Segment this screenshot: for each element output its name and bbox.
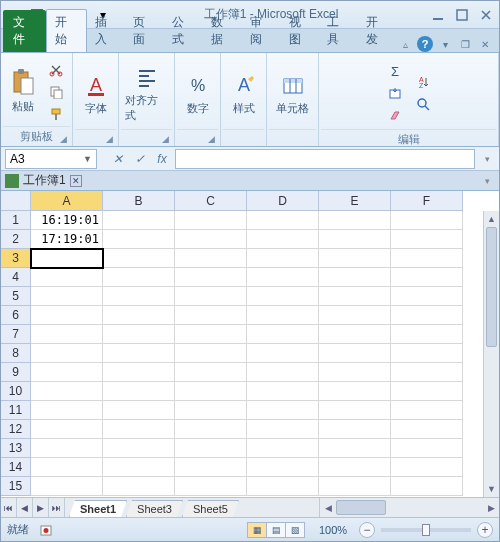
workbook-strip-menu-icon[interactable]: ▾	[479, 176, 495, 186]
font-button[interactable]: A 字体	[78, 69, 114, 118]
cell-A4[interactable]	[31, 268, 103, 287]
cell-A14[interactable]	[31, 458, 103, 477]
cell-E12[interactable]	[319, 420, 391, 439]
row-header-4[interactable]: 4	[1, 268, 31, 287]
cell-F1[interactable]	[391, 211, 463, 230]
cell-D3[interactable]	[247, 249, 319, 268]
cell-F3[interactable]	[391, 249, 463, 268]
row-header-12[interactable]: 12	[1, 420, 31, 439]
view-normal-icon[interactable]: ▦	[247, 522, 267, 538]
cell-F6[interactable]	[391, 306, 463, 325]
cell-A9[interactable]	[31, 363, 103, 382]
sheet-nav-prev-icon[interactable]: ◀	[17, 498, 33, 517]
cell-F2[interactable]	[391, 230, 463, 249]
cell-F4[interactable]	[391, 268, 463, 287]
cell-E2[interactable]	[319, 230, 391, 249]
cell-C4[interactable]	[175, 268, 247, 287]
cell-E1[interactable]	[319, 211, 391, 230]
autosum-icon[interactable]: Σ	[384, 61, 406, 81]
ribbon-tab-developer[interactable]: 开发	[358, 10, 397, 52]
column-header-D[interactable]: D	[247, 191, 319, 211]
cell-E13[interactable]	[319, 439, 391, 458]
row-header-9[interactable]: 9	[1, 363, 31, 382]
column-header-C[interactable]: C	[175, 191, 247, 211]
column-header-E[interactable]: E	[319, 191, 391, 211]
sheet-tab-sheet5[interactable]: Sheet5	[182, 500, 239, 517]
ribbon-tab-review[interactable]: 审阅	[242, 10, 281, 52]
cell-D10[interactable]	[247, 382, 319, 401]
cell-A15[interactable]	[31, 477, 103, 496]
cell-B15[interactable]	[103, 477, 175, 496]
cell-F14[interactable]	[391, 458, 463, 477]
cell-D4[interactable]	[247, 268, 319, 287]
row-header-13[interactable]: 13	[1, 439, 31, 458]
cell-C15[interactable]	[175, 477, 247, 496]
cell-F15[interactable]	[391, 477, 463, 496]
cell-E3[interactable]	[319, 249, 391, 268]
row-header-7[interactable]: 7	[1, 325, 31, 344]
cell-F5[interactable]	[391, 287, 463, 306]
doc-restore-icon[interactable]: ❐	[457, 37, 473, 51]
cell-E14[interactable]	[319, 458, 391, 477]
cell-A3[interactable]	[31, 249, 103, 268]
cell-C2[interactable]	[175, 230, 247, 249]
find-select-icon[interactable]	[412, 94, 434, 114]
cancel-formula-icon[interactable]: ✕	[109, 150, 127, 168]
cell-A8[interactable]	[31, 344, 103, 363]
cell-B5[interactable]	[103, 287, 175, 306]
row-header-5[interactable]: 5	[1, 287, 31, 306]
cell-C9[interactable]	[175, 363, 247, 382]
clipboard-dialog-launcher[interactable]: ◢	[60, 134, 70, 144]
formula-input[interactable]	[175, 149, 475, 169]
cell-F9[interactable]	[391, 363, 463, 382]
cell-D9[interactable]	[247, 363, 319, 382]
fill-icon[interactable]	[384, 83, 406, 103]
font-dialog-launcher[interactable]: ◢	[106, 134, 116, 144]
cell-E15[interactable]	[319, 477, 391, 496]
cell-F8[interactable]	[391, 344, 463, 363]
format-painter-icon[interactable]	[45, 104, 67, 124]
workbook-name[interactable]: 工作簿1	[23, 172, 66, 189]
paste-button[interactable]: 粘贴	[5, 67, 41, 116]
hscroll-thumb[interactable]	[336, 500, 386, 515]
alignment-dialog-launcher[interactable]: ◢	[162, 134, 172, 144]
cell-C1[interactable]	[175, 211, 247, 230]
minimize-button[interactable]	[429, 6, 447, 24]
ribbon-tab-home[interactable]: 开始	[46, 9, 87, 52]
cell-A10[interactable]	[31, 382, 103, 401]
copy-icon[interactable]	[45, 82, 67, 102]
cells-button[interactable]: 单元格	[272, 69, 313, 118]
expand-formula-bar-icon[interactable]: ▾	[479, 154, 495, 164]
column-header-F[interactable]: F	[391, 191, 463, 211]
clear-icon[interactable]	[384, 105, 406, 125]
sheet-nav-next-icon[interactable]: ▶	[33, 498, 49, 517]
macro-record-icon[interactable]	[39, 523, 53, 537]
row-header-1[interactable]: 1	[1, 211, 31, 230]
scroll-left-icon[interactable]: ◀	[320, 498, 336, 517]
doc-close-icon[interactable]: ✕	[477, 37, 493, 51]
cell-B14[interactable]	[103, 458, 175, 477]
cell-B9[interactable]	[103, 363, 175, 382]
cell-C14[interactable]	[175, 458, 247, 477]
view-page-break-icon[interactable]: ▧	[285, 522, 305, 538]
cell-C8[interactable]	[175, 344, 247, 363]
cell-D5[interactable]	[247, 287, 319, 306]
cell-D1[interactable]	[247, 211, 319, 230]
scroll-up-icon[interactable]: ▲	[484, 211, 499, 227]
ribbon-tab-insert[interactable]: 插入	[87, 10, 126, 52]
cell-B2[interactable]	[103, 230, 175, 249]
sheet-nav-first-icon[interactable]: ⏮	[1, 498, 17, 517]
cell-E4[interactable]	[319, 268, 391, 287]
cell-C6[interactable]	[175, 306, 247, 325]
cell-B6[interactable]	[103, 306, 175, 325]
ribbon-tab-view[interactable]: 视图	[281, 10, 320, 52]
ribbon-tab-page[interactable]: 页面	[125, 10, 164, 52]
cell-B13[interactable]	[103, 439, 175, 458]
zoom-value[interactable]: 100%	[313, 524, 353, 536]
cell-E9[interactable]	[319, 363, 391, 382]
fx-icon[interactable]: fx	[153, 150, 171, 168]
enter-formula-icon[interactable]: ✓	[131, 150, 149, 168]
sheet-tab-sheet1[interactable]: Sheet1	[69, 500, 127, 517]
help-icon[interactable]: ?	[417, 36, 433, 52]
doc-minimize-icon[interactable]: ▾	[437, 37, 453, 51]
